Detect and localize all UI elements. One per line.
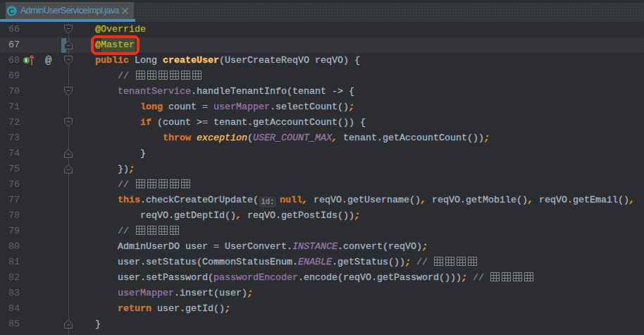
svg-text:C: C xyxy=(9,7,15,16)
